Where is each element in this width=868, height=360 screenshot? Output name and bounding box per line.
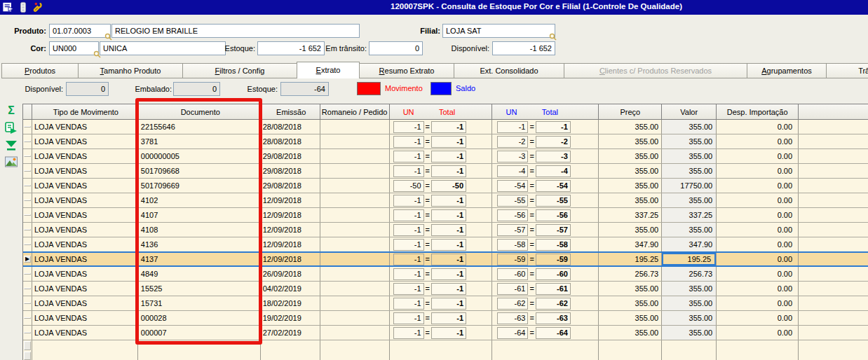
- cell-emissao[interactable]: 12/09/2018: [261, 253, 320, 265]
- row-selector-box[interactable]: ▶: [24, 256, 31, 263]
- table-row[interactable]: LOJA VENDAS410812/09/2018-1=-1-57=-57355…: [23, 223, 868, 237]
- cell-romaneio-pedido[interactable]: [320, 296, 390, 310]
- cell-preco[interactable]: 195.25: [599, 253, 662, 265]
- cell-valor[interactable]: 355.00: [662, 149, 717, 163]
- tab-tamanho-produto[interactable]: Tamanho Produto: [78, 63, 183, 78]
- row-selector[interactable]: [23, 267, 32, 281]
- header-romaneio-pedido[interactable]: Romaneio / Pedido: [320, 104, 390, 120]
- tab-produtos[interactable]: Produtos: [1, 63, 79, 78]
- table-row[interactable]: LOJA VENDAS1573118/02/2019-1=-1-62=-6235…: [23, 296, 868, 311]
- row-selector[interactable]: [23, 208, 32, 222]
- cell-documento[interactable]: 15525: [138, 282, 261, 296]
- cell-emissao[interactable]: 29/08/2018: [261, 164, 320, 178]
- cell-romaneio-pedido[interactable]: [320, 253, 390, 265]
- table-row[interactable]: LOJA VENDAS378128/08/2018-1=-1-2=-2355.0…: [23, 134, 868, 149]
- cell-documento[interactable]: 501709668: [138, 164, 261, 178]
- produto-desc-field[interactable]: RELOGIO EM BRAILLE: [111, 24, 360, 38]
- cell-saldo[interactable]: -61=-61: [492, 282, 599, 296]
- cell-saldo[interactable]: -4=-4: [492, 164, 599, 178]
- cell-romaneio-pedido[interactable]: [320, 134, 390, 148]
- cell-tipo-de-movimento[interactable]: LOJA VENDAS: [32, 267, 138, 281]
- cell-extra[interactable]: [799, 164, 868, 178]
- row-selector-box[interactable]: [24, 214, 31, 216]
- table-row[interactable]: ▶LOJA VENDAS413712/09/2018-1=-1-59=-5919…: [23, 251, 868, 267]
- cell-documento[interactable]: 22155646: [138, 120, 261, 134]
- cell-extra[interactable]: [799, 208, 868, 222]
- cell-movimento[interactable]: -1=-1: [390, 120, 493, 134]
- cell-documento[interactable]: 3781: [138, 134, 261, 148]
- cell-preco[interactable]: 355.00: [599, 223, 662, 237]
- cell-romaneio-pedido[interactable]: [320, 326, 390, 340]
- cell-documento[interactable]: 4107: [138, 208, 261, 222]
- export-grid-icon[interactable]: [4, 121, 19, 135]
- cell-emissao[interactable]: 29/08/2018: [261, 179, 320, 193]
- row-selector-box[interactable]: [24, 200, 31, 201]
- cell-romaneio-pedido[interactable]: [320, 164, 390, 178]
- cell-extra[interactable]: [799, 223, 868, 237]
- cell-romaneio-pedido[interactable]: [320, 120, 390, 134]
- row-selector-box[interactable]: [24, 126, 31, 127]
- row-selector-box[interactable]: [24, 341, 31, 350]
- cell-valor[interactable]: 355.00: [662, 296, 717, 310]
- cell-movimento[interactable]: -1=-1: [390, 311, 493, 325]
- sum-icon[interactable]: Σ: [4, 104, 19, 118]
- filter-icon[interactable]: [4, 139, 19, 153]
- row-selector-box[interactable]: [24, 170, 31, 172]
- cell-saldo[interactable]: -63=-63: [492, 311, 599, 325]
- produto-code-field[interactable]: 01.07.0003: [49, 24, 111, 38]
- cell-documento[interactable]: 4137: [138, 253, 261, 265]
- wrench-icon[interactable]: [32, 1, 43, 13]
- row-selector-box[interactable]: [24, 273, 31, 275]
- cell-desp-importacao[interactable]: 0.00: [717, 253, 799, 265]
- cell-desp-importacao[interactable]: 0.00: [717, 179, 799, 193]
- cell-extra[interactable]: [799, 193, 868, 207]
- cell-valor[interactable]: 347.90: [662, 237, 717, 251]
- tab-resumo-extrato[interactable]: Resumo Extrato: [359, 63, 454, 78]
- cell-valor[interactable]: 195.25: [662, 253, 717, 265]
- cell-tipo-de-movimento[interactable]: LOJA VENDAS: [32, 149, 138, 163]
- row-selector[interactable]: [23, 311, 32, 325]
- cell-tipo-de-movimento[interactable]: LOJA VENDAS: [32, 120, 138, 134]
- tab-filtros-config[interactable]: Filtros / Config: [182, 63, 297, 78]
- cell-desp-importacao[interactable]: 0.00: [717, 208, 799, 222]
- cell-preco[interactable]: 355.00: [599, 120, 662, 134]
- row-selector-box[interactable]: [24, 288, 31, 289]
- cell-emissao[interactable]: 28/08/2018: [261, 134, 320, 148]
- cell-desp-importacao[interactable]: 0.00: [717, 149, 799, 163]
- header-saldo-un-total[interactable]: UN Total: [492, 104, 599, 120]
- cell-saldo[interactable]: -3=-3: [492, 149, 599, 163]
- row-selector[interactable]: [23, 134, 32, 148]
- tab-agrupamentos[interactable]: Agrupamentos: [747, 63, 827, 78]
- tab-transito[interactable]: Trâns: [826, 63, 868, 78]
- cell-extra[interactable]: [799, 326, 868, 340]
- cor-code-field[interactable]: UN000: [49, 41, 99, 55]
- cell-saldo[interactable]: -58=-58: [492, 237, 599, 251]
- cell-documento[interactable]: 000007: [138, 326, 261, 340]
- cell-valor[interactable]: 355.00: [662, 282, 717, 296]
- tab-extrato[interactable]: Extrato: [297, 62, 360, 78]
- header-movimento-un-total[interactable]: UN Total: [390, 104, 493, 120]
- cell-emissao[interactable]: 12/09/2018: [261, 193, 320, 207]
- cell-extra[interactable]: [799, 311, 868, 325]
- traffic-light-icon[interactable]: [18, 1, 29, 13]
- cell-desp-importacao[interactable]: 0.00: [717, 311, 799, 325]
- cell-desp-importacao[interactable]: 0.00: [717, 296, 799, 310]
- cell-desp-importacao[interactable]: 0.00: [717, 326, 799, 340]
- cell-documento[interactable]: 15731: [138, 296, 261, 310]
- cell-emissao[interactable]: 04/02/2019: [261, 282, 320, 296]
- cell-valor[interactable]: 355.00: [662, 223, 717, 237]
- cell-tipo-de-movimento[interactable]: LOJA VENDAS: [32, 223, 138, 237]
- cell-documento[interactable]: 000000005: [138, 149, 261, 163]
- cell-preco[interactable]: 337.25: [599, 208, 662, 222]
- table-row[interactable]: LOJA VENDAS00000727/02/2019-1=-1-64=-643…: [23, 326, 868, 340]
- cell-romaneio-pedido[interactable]: [320, 282, 390, 296]
- cell-extra[interactable]: [799, 179, 868, 193]
- cell-tipo-de-movimento[interactable]: LOJA VENDAS: [32, 282, 138, 296]
- cell-tipo-de-movimento[interactable]: LOJA VENDAS: [32, 296, 138, 310]
- row-selector-box[interactable]: [24, 155, 31, 157]
- table-row[interactable]: LOJA VENDAS50170966929/08/2018-50=-50-54…: [23, 179, 868, 193]
- cell-valor[interactable]: 337.25: [662, 208, 717, 222]
- cell-movimento[interactable]: -1=-1: [390, 267, 493, 281]
- cell-emissao[interactable]: 12/09/2018: [261, 208, 320, 222]
- cell-romaneio-pedido[interactable]: [320, 311, 390, 325]
